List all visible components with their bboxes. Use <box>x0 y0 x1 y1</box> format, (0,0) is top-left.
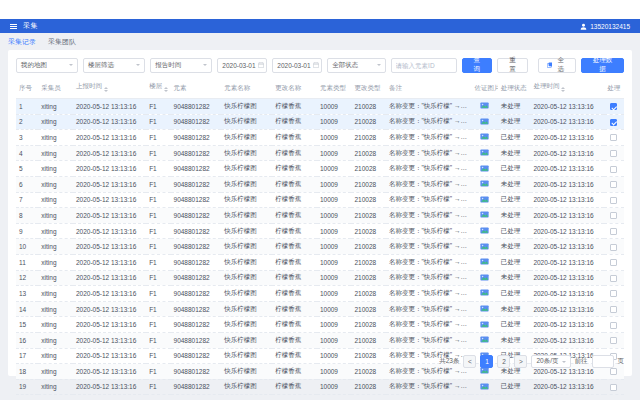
process-checkbox[interactable] <box>610 103 617 110</box>
process-checkbox[interactable] <box>610 166 617 173</box>
col-header-element_name: 元素名称 <box>221 79 272 99</box>
process-checkbox[interactable] <box>610 197 617 204</box>
search-button[interactable]: 查询 <box>462 58 493 73</box>
evidence-image-icon[interactable] <box>480 118 489 125</box>
cell-element-type: 10009 <box>317 379 352 395</box>
evidence-image-icon[interactable] <box>480 383 489 390</box>
col-header-evidence: 佐证图片 <box>471 79 497 99</box>
evidence-image-icon[interactable] <box>480 102 489 109</box>
element-id-input[interactable] <box>391 58 457 73</box>
col-header-label: 处理时间 <box>533 82 559 89</box>
process-checkbox[interactable] <box>610 244 617 251</box>
process-checkbox[interactable] <box>610 181 617 188</box>
cell-process <box>604 130 624 146</box>
date-end-input[interactable]: 2020-03-01 <box>272 58 322 73</box>
process-checkbox[interactable] <box>610 322 617 329</box>
evidence-image-icon[interactable] <box>480 133 489 140</box>
cell-process-time: 2020-05-12 13:13:16 <box>530 270 603 286</box>
evidence-image-icon[interactable] <box>480 258 489 265</box>
cell-no: 15 <box>16 317 38 333</box>
process-checkbox[interactable] <box>610 212 617 219</box>
pagination-page-1[interactable]: 1 <box>480 355 493 368</box>
map-select[interactable]: 我的地图 <box>16 58 78 73</box>
cell-evidence <box>471 176 497 192</box>
evidence-image-icon[interactable] <box>480 305 489 312</box>
process-checkbox[interactable] <box>610 150 617 157</box>
evidence-image-icon[interactable] <box>480 149 489 156</box>
cell-process <box>604 254 624 270</box>
evidence-image-icon[interactable] <box>480 211 489 218</box>
process-checkbox[interactable] <box>610 119 617 126</box>
cell-element-name: 快乐柠檬图 <box>221 130 272 146</box>
content-card: 我的地图 楼层筛选 报告时间 2020-03-01 2020-03- <box>8 50 632 376</box>
col-header-new_name: 更改名称 <box>272 79 317 99</box>
sort-caret-icon[interactable] <box>104 85 108 94</box>
cell-status: 已处理 <box>498 254 531 270</box>
process-checkbox[interactable] <box>610 259 617 266</box>
pagination-next-button[interactable]: > <box>514 355 527 368</box>
evidence-image-icon[interactable] <box>480 227 489 234</box>
user-phone: 13520132415 <box>590 23 630 30</box>
evidence-image-icon[interactable] <box>480 289 489 296</box>
process-checkbox[interactable] <box>610 368 617 375</box>
process-checkbox[interactable] <box>610 384 617 391</box>
goto-page-input[interactable] <box>592 355 614 368</box>
cell-process <box>604 286 624 302</box>
cell-new-type: 210028 <box>351 208 386 224</box>
evidence-image-icon[interactable] <box>480 274 489 281</box>
date-start-input[interactable]: 2020-03-01 <box>217 58 267 73</box>
evidence-image-icon[interactable] <box>480 180 489 187</box>
cell-process <box>604 301 624 317</box>
reset-button[interactable]: 重置 <box>497 58 528 73</box>
process-checkbox[interactable] <box>610 228 617 235</box>
evidence-image-icon[interactable] <box>480 321 489 328</box>
cell-element: 9048801282 <box>171 301 222 317</box>
page-size-select[interactable]: 20条/页 <box>531 355 570 368</box>
report-time-select[interactable]: 报告时间 <box>150 58 212 73</box>
cell-collector: xiting <box>38 254 73 270</box>
col-header-label: 更改类型 <box>354 84 380 91</box>
process-checkbox[interactable] <box>610 134 617 141</box>
cell-collector: xiting <box>38 286 73 302</box>
cell-new-type: 210028 <box>351 192 386 208</box>
process-checkbox[interactable] <box>610 275 617 282</box>
cell-report-time: 2020-05-12 13:13:16 <box>73 192 146 208</box>
evidence-image-icon[interactable] <box>480 336 489 343</box>
sort-caret-icon[interactable] <box>561 85 565 94</box>
cell-remark: 名称变更："快乐柠檬" →类型变更：100086... <box>386 99 471 115</box>
cell-element: 9048801282 <box>171 114 222 130</box>
cell-new-name: 柠檬香蕉 <box>272 223 317 239</box>
process-data-button[interactable]: 处理数据 <box>581 58 624 73</box>
evidence-image-icon[interactable] <box>480 165 489 172</box>
tab-collection-team[interactable]: 采集团队 <box>48 37 76 47</box>
evidence-image-icon[interactable] <box>480 196 489 203</box>
col-header-floor[interactable]: 楼层 <box>146 79 170 99</box>
process-checkbox[interactable] <box>610 306 617 313</box>
cell-process-time: 2020-05-12 13:13:16 <box>530 239 603 255</box>
pagination-prev-button[interactable]: < <box>463 355 476 368</box>
cell-remark: 名称变更："快乐柠檬" →类型变更：100086... <box>386 379 471 395</box>
evidence-image-icon[interactable] <box>480 243 489 250</box>
cell-new-name: 柠檬香蕉 <box>272 161 317 177</box>
col-header-process: 处理 <box>604 79 624 99</box>
floor-filter-select[interactable]: 楼层筛选 <box>83 58 145 73</box>
cell-floor: F1 <box>146 223 170 239</box>
pagination-page-2[interactable]: 2 <box>497 355 510 368</box>
evidence-image-icon[interactable] <box>480 367 489 374</box>
process-checkbox[interactable] <box>610 290 617 297</box>
status-select[interactable]: 全部状态 <box>327 58 385 73</box>
cell-collector: xiting <box>38 239 73 255</box>
col-header-no: 序号 <box>16 79 38 99</box>
menu-hamburger-icon[interactable] <box>10 24 17 29</box>
process-checkbox[interactable] <box>610 337 617 344</box>
user-account[interactable]: 13520132415 <box>580 23 630 30</box>
cell-evidence <box>471 286 497 302</box>
cell-new-name: 柠檬香蕉 <box>272 332 317 348</box>
sort-caret-icon[interactable] <box>164 85 168 94</box>
col-header-report_time[interactable]: 上报时间 <box>73 79 146 99</box>
tab-collection-records[interactable]: 采集记录 <box>8 37 36 47</box>
cell-element: 9048801282 <box>171 223 222 239</box>
col-header-process_time[interactable]: 处理时间 <box>530 79 603 99</box>
select-all-button[interactable]: 全选 <box>538 58 576 73</box>
cell-element: 9048801282 <box>171 317 222 333</box>
